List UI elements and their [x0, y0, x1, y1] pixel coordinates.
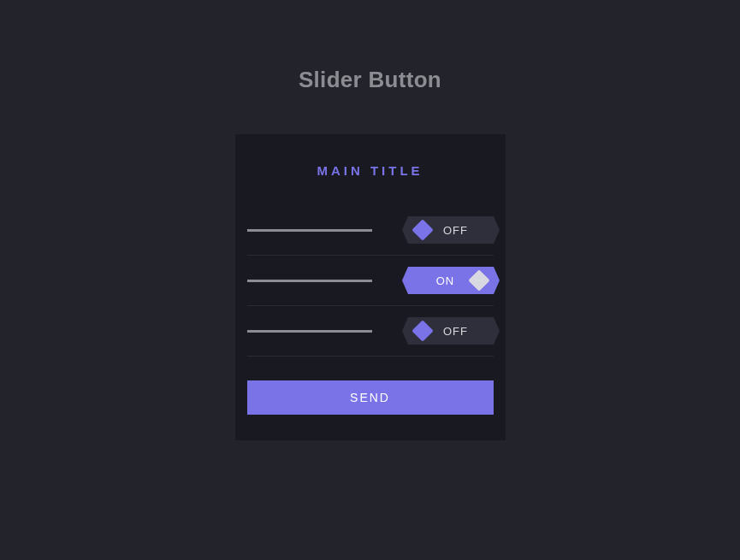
diamond-knob-icon	[468, 269, 489, 291]
slider-toggle-1[interactable]: OFF	[408, 216, 494, 244]
slider-toggle-2[interactable]: ON	[408, 267, 494, 294]
card-title: MAIN TITLE	[247, 163, 494, 178]
diamond-knob-icon	[411, 320, 433, 341]
label-placeholder-line	[247, 330, 372, 333]
toggle-row: OFF	[247, 205, 494, 256]
diamond-knob-icon	[411, 219, 433, 240]
toggle-row: ON	[247, 256, 494, 306]
toggle-row: OFF	[247, 306, 494, 357]
toggle-state-label: ON	[436, 274, 455, 287]
slider-card: MAIN TITLE OFF ON OFF SEND	[235, 134, 506, 440]
label-placeholder-line	[247, 229, 372, 232]
label-placeholder-line	[247, 280, 372, 282]
slider-toggle-3[interactable]: OFF	[408, 317, 494, 345]
toggle-state-label: OFF	[443, 325, 468, 338]
send-button[interactable]: SEND	[247, 380, 494, 415]
toggle-state-label: OFF	[443, 224, 468, 237]
page-title: Slider Button	[299, 67, 441, 93]
